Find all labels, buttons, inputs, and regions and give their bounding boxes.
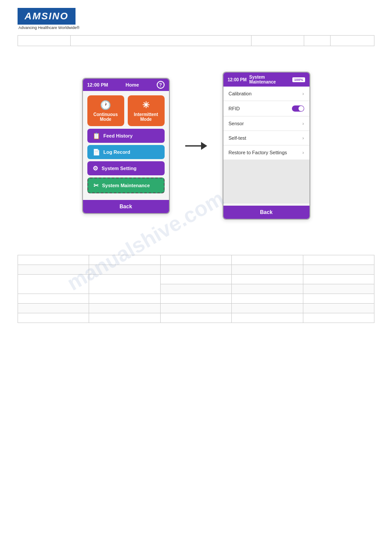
table-row [18,36,374,46]
table-row [18,313,374,323]
table-cell [160,265,231,275]
table-cell [160,255,231,265]
table-cell [303,304,374,313]
table-cell [232,255,303,265]
table-cell [18,255,89,265]
feed-history-label: Feed History [104,133,133,138]
table-cell [160,304,231,313]
system-setting-label: System Setting [102,166,137,171]
left-phone-header: 12:00 PM Home ? [83,79,169,91]
table-cell [89,294,160,304]
table-cell [303,284,374,294]
restore-factory-arrow-icon: › [302,150,304,155]
system-maintenance-label: System Maintenance [102,183,150,188]
table-cell [303,313,374,323]
log-record-icon: 📄 [93,149,100,156]
table-cell [18,304,89,313]
table-cell [232,304,303,313]
table-cell [252,36,304,46]
logo-area: AMSINO Advancing Healthcare Worldwide® [18,8,374,30]
table-cell [232,265,303,275]
calibration-label: Calibration [229,91,252,96]
sensor-arrow-icon: › [302,121,304,126]
table-row [18,304,374,313]
table-cell [89,265,160,275]
right-phone-title: System Maintenance [249,75,292,84]
table-cell [303,265,374,275]
battery-indicator: 100% [292,77,305,82]
left-phone-back-button[interactable]: Back [83,200,169,213]
system-setting-button[interactable]: ⚙ System Setting [87,161,165,175]
table-cell [304,36,331,46]
intermittent-mode-label: IntermittentMode [134,112,158,122]
right-phone: 12:00 PM System Maintenance 100% Calibra… [223,72,310,220]
sensor-item[interactable]: Sensor › [223,116,309,131]
left-phone-time: 12:00 PM [87,82,108,87]
table-cell [303,275,374,284]
gray-area [223,160,309,203]
self-test-item[interactable]: Self-test › [223,131,309,145]
table-row [18,294,374,304]
question-button[interactable]: ? [157,81,165,89]
continuous-mode-label: ContinuousMode [94,112,118,122]
system-maintenance-button[interactable]: ✂ System Maintenance [87,178,165,193]
right-back-label: Back [260,209,273,215]
bottom-table-container [18,255,374,323]
rfid-label: RFID [229,106,240,111]
maintenance-list: Calibration › RFID Sensor › Self- [223,87,309,160]
table-cell [18,265,89,275]
mode-buttons: 🕐 ContinuousMode ✳ IntermittentMode [83,91,169,129]
intermittent-mode-button[interactable]: ✳ IntermittentMode [128,95,165,126]
table-cell [232,284,303,294]
log-record-button[interactable]: 📄 Log Record [87,145,165,159]
asterisk-icon: ✳ [142,100,150,110]
bottom-table [18,255,374,323]
restore-factory-label: Restore to Factory Settings [229,150,287,155]
table-cell [89,275,160,294]
rfid-toggle[interactable] [292,105,304,112]
calibration-item[interactable]: Calibration › [223,87,309,101]
rfid-item[interactable]: RFID [223,101,309,116]
logo-tagline: Advancing Healthcare Worldwide® [18,25,79,30]
feed-history-button[interactable]: 📋 Feed History [87,129,165,143]
clock-icon: 🕐 [100,100,111,110]
table-cell [89,313,160,323]
page-header: AMSINO Advancing Healthcare Worldwide® [0,0,392,50]
log-record-label: Log Record [104,149,130,155]
table-cell [18,294,89,304]
table-cell [160,284,231,294]
system-setting-icon: ⚙ [93,165,98,172]
table-row [18,265,374,275]
table-row [18,255,374,265]
continuous-mode-button[interactable]: 🕐 ContinuousMode [87,95,124,126]
toggle-knob [298,106,304,111]
right-phone-header: 12:00 PM System Maintenance 100% [223,73,309,87]
table-cell [232,294,303,304]
table-cell [89,304,160,313]
table-cell [18,275,89,294]
left-back-label: Back [119,203,132,210]
arrow-container [183,141,209,150]
table-cell [71,36,252,46]
restore-factory-item[interactable]: Restore to Factory Settings › [223,145,309,160]
logo-box: AMSINO [18,8,76,25]
left-phone: 12:00 PM Home ? 🕐 ContinuousMode ✳ Inter… [82,78,170,214]
table-cell [331,36,374,46]
main-content: 12:00 PM Home ? 🕐 ContinuousMode ✳ Inter… [0,50,392,246]
table-cell [232,313,303,323]
table-cell [160,313,231,323]
calibration-arrow-icon: › [302,91,304,96]
right-phone-back-button[interactable]: Back [223,206,309,219]
table-cell [303,255,374,265]
system-maintenance-icon: ✂ [94,182,99,189]
sensor-label: Sensor [229,121,244,126]
navigation-arrow [185,141,207,150]
table-cell [160,294,231,304]
menu-list: 📋 Feed History 📄 Log Record ⚙ System Set… [83,129,169,198]
table-cell [18,36,71,46]
logo-text: AMSINO [25,11,68,22]
right-phone-time: 12:00 PM [228,77,247,82]
left-phone-title: Home [108,82,156,87]
feed-history-icon: 📋 [93,132,100,139]
self-test-label: Self-test [229,135,246,141]
